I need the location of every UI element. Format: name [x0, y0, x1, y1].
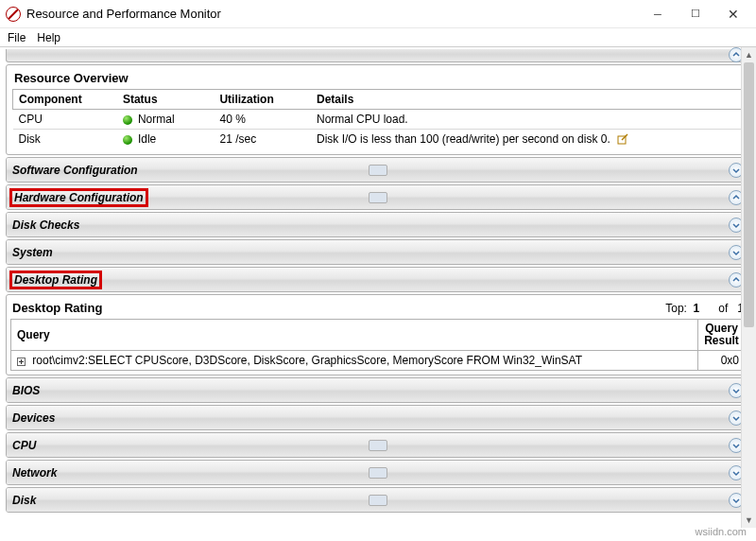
col-query-result: QueryResult: [698, 320, 746, 351]
close-button[interactable]: ✕: [714, 3, 752, 26]
scroll-thumb[interactable]: [744, 62, 754, 327]
status-dot-icon: [123, 115, 132, 125]
table-row: Disk Idle 21 /sec Disk I/O is less than …: [13, 130, 744, 149]
section-devices[interactable]: Devices: [6, 405, 750, 430]
table-row: root\cimv2:SELECT CPUScore, D3DScore, Di…: [11, 351, 746, 371]
section-glyph-icon: [369, 192, 387, 203]
section-disk-checks[interactable]: Disk Checks: [6, 212, 750, 237]
menubar: File Help: [0, 28, 756, 47]
cell-details: Disk I/O is less than 100 (read/write) p…: [311, 130, 744, 149]
section-label: Disk: [12, 494, 36, 507]
col-status: Status: [117, 90, 215, 110]
section-bios[interactable]: BIOS: [6, 377, 750, 403]
resource-overview-title: Resource Overview: [14, 71, 744, 85]
window-title: Resource and Performance Monitor: [26, 7, 639, 21]
cell-status: Normal: [117, 110, 215, 130]
section-glyph-icon: [369, 467, 387, 479]
resource-overview-panel: Resource Overview Component Status Utili…: [6, 64, 750, 155]
section-label: Disk Checks: [12, 218, 79, 232]
col-component: Component: [13, 90, 117, 110]
desktop-rating-panel: Desktop Rating Top: 1 of 1 Query QueryRe…: [6, 294, 750, 375]
cell-details: Normal CPU load.: [311, 110, 744, 130]
cell-status: Idle: [117, 130, 215, 149]
section-label: Network: [12, 466, 57, 480]
expand-row-icon[interactable]: [17, 358, 26, 366]
col-details: Details: [311, 90, 744, 110]
section-label: Hardware Configuration: [9, 188, 148, 207]
section-cpu[interactable]: CPU: [6, 432, 750, 458]
section-glyph-icon: [369, 165, 387, 176]
desktop-rating-title: Desktop Rating: [12, 301, 102, 315]
section-label: CPU: [12, 439, 36, 452]
section-network[interactable]: Network: [6, 460, 750, 485]
resource-overview-table: Component Status Utilization Details CPU…: [12, 89, 744, 148]
section-label: Devices: [12, 411, 55, 425]
desktop-rating-table: Query QueryResult root\cimv2:SELECT CPUS…: [10, 319, 746, 371]
section-desktop-rating[interactable]: Desktop Rating: [6, 267, 750, 292]
table-row: CPU Normal 40 % Normal CPU load.: [13, 110, 744, 130]
col-query: Query: [11, 320, 698, 351]
col-utilization: Utilization: [214, 90, 311, 110]
edit-icon[interactable]: [617, 133, 628, 145]
vertical-scrollbar[interactable]: ▲ ▼: [741, 47, 756, 528]
section-performance[interactable]: [6, 49, 750, 62]
section-glyph-icon: [369, 495, 387, 506]
cell-utilization: 40 %: [214, 110, 311, 130]
section-label: Desktop Rating: [9, 270, 102, 289]
pager: Top: 1 of 1: [665, 302, 744, 315]
section-system[interactable]: System: [6, 239, 750, 265]
titlebar: Resource and Performance Monitor ─ ☐ ✕: [0, 0, 756, 28]
app-icon: [6, 7, 21, 22]
section-label: BIOS: [12, 384, 40, 397]
cell-component: Disk: [13, 130, 117, 149]
menu-help[interactable]: Help: [37, 31, 60, 44]
section-hardware-configuration[interactable]: Hardware Configuration: [6, 184, 750, 210]
watermark: wsiidn.com: [696, 526, 747, 537]
maximize-button[interactable]: ☐: [677, 3, 714, 26]
scroll-up-icon[interactable]: ▲: [742, 47, 756, 62]
section-glyph-icon: [369, 440, 387, 451]
scroll-area: Resource Overview Component Status Utili…: [0, 47, 756, 541]
cell-query: root\cimv2:SELECT CPUScore, D3DScore, Di…: [11, 351, 698, 371]
minimize-button[interactable]: ─: [639, 3, 677, 26]
section-label: Software Configuration: [12, 164, 138, 177]
section-label: System: [12, 246, 53, 259]
cell-utilization: 21 /sec: [214, 130, 311, 149]
section-software-configuration[interactable]: Software Configuration: [6, 157, 750, 183]
cell-component: CPU: [13, 110, 117, 130]
menu-file[interactable]: File: [8, 31, 26, 44]
section-disk[interactable]: Disk: [6, 487, 750, 513]
cell-query-result: 0x0: [698, 351, 746, 371]
status-dot-icon: [123, 135, 132, 145]
